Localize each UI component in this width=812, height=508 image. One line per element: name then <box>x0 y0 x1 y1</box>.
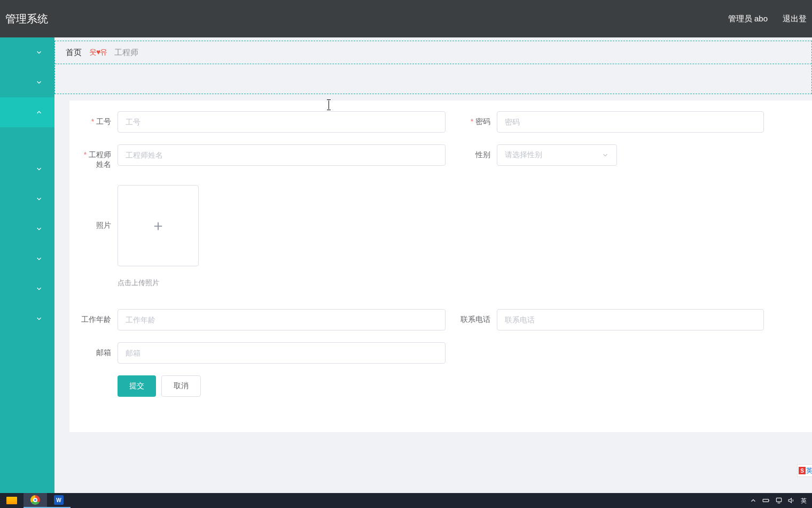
form-card: 工号 密码 工程师姓名 性别 请选择性别 照片 <box>69 101 812 432</box>
chevron-down-icon <box>35 255 43 263</box>
word-icon: W <box>54 495 64 505</box>
photo-label: 照片 <box>80 185 118 230</box>
gender-select[interactable]: 请选择性别 <box>497 144 617 166</box>
employee-id-label: 工号 <box>80 111 118 126</box>
tab-bar: 首页 웃♥유 工程师 <box>55 41 811 64</box>
tray-up-icon[interactable] <box>749 497 757 504</box>
chevron-down-icon <box>35 195 43 203</box>
chevron-down-icon <box>602 151 609 159</box>
plus-icon: ＋ <box>151 215 166 236</box>
header-right: 管理员 abo 退出登 <box>728 14 801 24</box>
svg-rect-0 <box>763 499 769 502</box>
chevron-down-icon <box>35 79 43 86</box>
content-frame: 首页 웃♥유 工程师 <box>54 41 812 94</box>
explorer-icon <box>6 497 17 504</box>
chevron-down-icon <box>35 315 43 322</box>
chrome-icon <box>30 495 40 505</box>
taskbar: W 英 <box>0 493 812 508</box>
svg-marker-4 <box>788 498 791 503</box>
gender-label: 性别 <box>459 144 497 159</box>
chevron-down-icon <box>35 165 43 173</box>
chevron-down-icon <box>35 225 43 233</box>
text-cursor-icon <box>329 101 329 109</box>
task-word[interactable]: W <box>47 493 71 508</box>
app-title: 管理系统 <box>5 12 48 26</box>
ime-badge[interactable]: S 英 <box>797 464 812 477</box>
ime-lang: 英 <box>806 466 812 475</box>
photo-upload[interactable]: ＋ <box>118 185 199 266</box>
password-input[interactable] <box>497 111 764 133</box>
email-input[interactable] <box>118 342 446 364</box>
tab-face-icon[interactable]: 웃♥유 <box>89 48 107 57</box>
phone-input[interactable] <box>497 309 764 330</box>
sidebar-item-2[interactable] <box>0 67 54 97</box>
work-age-input[interactable] <box>118 309 446 330</box>
tab-divider <box>55 64 811 94</box>
sidebar-item-6[interactable] <box>0 214 54 244</box>
chevron-up-icon <box>35 109 43 116</box>
submit-button[interactable]: 提交 <box>118 375 156 397</box>
tab-engineer[interactable]: 工程师 <box>114 48 138 58</box>
engineer-name-input[interactable] <box>118 144 446 166</box>
email-label: 邮箱 <box>80 342 118 357</box>
sidebar-item-8[interactable] <box>0 274 54 304</box>
gender-placeholder: 请选择性别 <box>505 150 542 160</box>
password-label: 密码 <box>459 111 497 126</box>
employee-id-input[interactable] <box>118 111 446 133</box>
cancel-button[interactable]: 取消 <box>161 375 201 397</box>
sidebar-item-1[interactable] <box>0 37 54 67</box>
sidebar-item-7[interactable] <box>0 244 54 274</box>
battery-icon[interactable] <box>762 497 770 504</box>
logout-link[interactable]: 退出登 <box>783 14 807 24</box>
engineer-name-label: 工程师姓名 <box>80 144 118 169</box>
tray-lang[interactable]: 英 <box>801 497 807 505</box>
photo-hint: 点击上传照片 <box>118 278 199 288</box>
sidebar-item-9[interactable] <box>0 304 54 334</box>
phone-label: 联系电话 <box>459 309 497 324</box>
ime-s-icon: S <box>799 467 806 474</box>
chevron-down-icon <box>35 285 43 293</box>
work-age-label: 工作年龄 <box>80 309 118 324</box>
admin-label[interactable]: 管理员 abo <box>728 14 768 24</box>
task-chrome[interactable] <box>24 493 47 508</box>
volume-icon[interactable] <box>788 497 795 504</box>
network-icon[interactable] <box>775 497 783 504</box>
main-content: 首页 웃♥유 工程师 工号 密码 工程师姓名 性别 请选 <box>54 37 812 493</box>
sidebar-item-3[interactable] <box>0 97 54 127</box>
svg-rect-2 <box>776 498 781 502</box>
app-header: 管理系统 管理员 abo 退出登 <box>0 0 812 37</box>
chevron-down-icon <box>35 49 43 56</box>
sidebar <box>0 37 54 493</box>
system-tray: 英 <box>749 497 812 505</box>
sidebar-item-4[interactable] <box>0 154 54 184</box>
sidebar-item-5[interactable] <box>0 184 54 214</box>
task-explorer[interactable] <box>0 493 24 508</box>
tab-home[interactable]: 首页 <box>66 48 82 58</box>
